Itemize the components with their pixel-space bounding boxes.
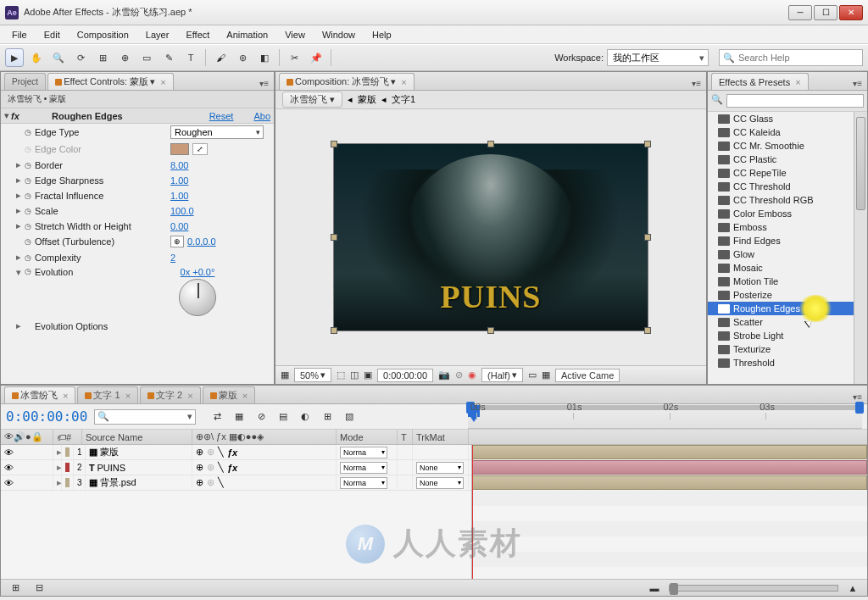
switch[interactable]: ⊕ [196,462,203,473]
label-color[interactable] [65,463,70,472]
layer-bar[interactable] [472,445,867,459]
breadcrumb-root[interactable]: 冰雪纷飞▾ [282,92,342,108]
effect-item[interactable]: CC Threshold [708,180,867,193]
mode-dropdown[interactable]: Norma [340,477,387,489]
label-color[interactable] [65,478,70,487]
stopwatch-icon[interactable]: ◷ [25,128,35,136]
menu-file[interactable]: File [3,27,36,42]
transform-handle[interactable] [331,234,337,241]
twirl-icon[interactable]: ▾ [16,267,25,278]
roto-tool[interactable]: ✂ [285,48,303,67]
value[interactable]: 1.00 [170,175,188,186]
hand-tool[interactable]: ✋ [27,48,46,67]
close-tab-icon[interactable]: × [242,391,248,401]
aspect-icon[interactable]: ⬚ [337,369,345,381]
dropdown-icon[interactable]: ▾ [391,76,396,87]
composition-tab[interactable]: Composition: 冰雪纷飞▾× [279,73,415,90]
roi-icon[interactable]: ▭ [528,369,537,381]
reset-link[interactable]: Reset [209,111,234,121]
menu-layer[interactable]: Layer [137,27,178,42]
zoom-tool[interactable]: 🔍 [49,48,68,67]
trkmat-dropdown[interactable]: None [416,462,464,474]
value[interactable]: 0.0,0.0 [187,236,216,247]
value[interactable]: 0x +0.0° [181,267,215,277]
value[interactable]: 1.00 [170,191,188,201]
zoom-in-icon[interactable]: ▲ [843,579,862,597]
dropdown-icon[interactable]: ▾ [150,76,155,87]
target-icon[interactable]: ⊕ [170,236,184,247]
project-tab[interactable]: Project [4,73,46,90]
switch[interactable]: ⊛ [207,462,214,473]
work-area-end[interactable] [855,402,864,414]
switch[interactable]: ╲ [218,477,224,488]
timeline-tab[interactable]: 文字 1× [77,386,138,403]
transform-handle[interactable] [487,141,494,147]
about-link[interactable]: Abo [253,111,270,121]
maximize-button[interactable]: ☐ [814,5,837,20]
time-display[interactable]: 0:00:00:00 [377,369,433,382]
effect-item[interactable]: Texturize [708,342,867,356]
composition-viewer[interactable]: PUINS [275,109,706,365]
menu-window[interactable]: Window [314,27,364,42]
panel-menu-icon[interactable]: ▾≡ [254,77,274,90]
effect-item[interactable]: Posterize [708,288,867,302]
zoom-handle[interactable] [670,583,678,595]
close-tab-icon[interactable]: × [187,391,192,401]
label-color[interactable] [65,447,70,457]
close-tab-icon[interactable]: × [795,77,800,87]
twirl-icon[interactable]: ▸ [16,252,25,263]
value[interactable]: 8.00 [170,160,188,170]
magnification-dropdown[interactable]: 50%▾ [294,368,331,382]
stopwatch-icon[interactable]: ◷ [25,253,35,262]
twirl-icon[interactable]: ▸ [16,190,25,201]
timeline-tab[interactable]: 蒙版× [203,386,255,403]
eye-icon[interactable]: 👁 [4,447,14,458]
effect-item[interactable]: Threshold [708,356,867,369]
effect-item[interactable]: CC Mr. Smoothie [708,139,867,153]
pen-tool[interactable]: ✎ [159,48,178,67]
twirl-icon[interactable]: ▸ [16,220,25,231]
stopwatch-icon[interactable]: ◷ [25,161,35,169]
edge-type-dropdown[interactable]: Roughen [170,125,264,139]
breadcrumb-item[interactable]: 文字1 [392,93,415,106]
switch[interactable]: ⊕ [196,477,203,488]
timeline-tab[interactable]: 文字 2× [140,386,201,403]
track-area[interactable] [471,445,867,579]
effect-item[interactable]: CC RepeTile [708,166,867,180]
clone-tool[interactable]: ⊛ [233,48,252,67]
scrollbar[interactable] [854,112,867,384]
twirl-icon[interactable]: ▾ [4,110,9,121]
minimize-button[interactable]: ─ [788,5,812,20]
twirl-icon[interactable]: ▸ [16,175,25,186]
value[interactable]: 100.0 [170,206,194,216]
grid-icon[interactable]: ▦ [281,369,289,381]
twirl-icon[interactable]: ▸ [16,320,25,331]
selection-tool[interactable]: ▶ [5,48,24,67]
current-time-indicator[interactable] [472,445,473,579]
effect-item[interactable]: CC Glass [708,112,867,125]
fx-switch[interactable]: ƒx [227,447,237,458]
stopwatch-icon[interactable]: ◷ [25,237,35,246]
evolution-dial[interactable] [179,279,216,316]
toggle-switches-icon[interactable]: ⊞ [6,579,25,597]
close-tab-icon[interactable]: × [160,77,165,87]
transform-handle[interactable] [644,141,651,147]
stopwatch-icon[interactable]: ◷ [25,222,35,231]
menu-composition[interactable]: Composition [69,27,137,42]
effect-item[interactable]: CC Kaleida [708,125,867,139]
brainstorm-icon[interactable]: ⊞ [318,408,337,426]
stopwatch-icon[interactable]: ◷ [25,192,35,200]
value[interactable]: 2 [170,253,175,263]
text-tool[interactable]: T [181,48,200,67]
menu-effect[interactable]: Effect [177,27,218,42]
zoom-slider[interactable] [669,585,838,592]
workspace-select[interactable]: 我的工作区 [607,49,709,66]
trkmat-dropdown[interactable]: None [416,477,464,489]
shy-icon[interactable]: ⊘ [252,408,270,426]
effect-item[interactable]: Strobe Light [708,329,867,342]
graph-editor-icon[interactable]: ▧ [340,408,359,426]
col-mode[interactable]: Mode [337,430,398,444]
value[interactable]: 0.00 [170,221,188,231]
timecode[interactable]: 0:00:00:00 [6,408,87,425]
close-tab-icon[interactable]: × [125,391,131,401]
